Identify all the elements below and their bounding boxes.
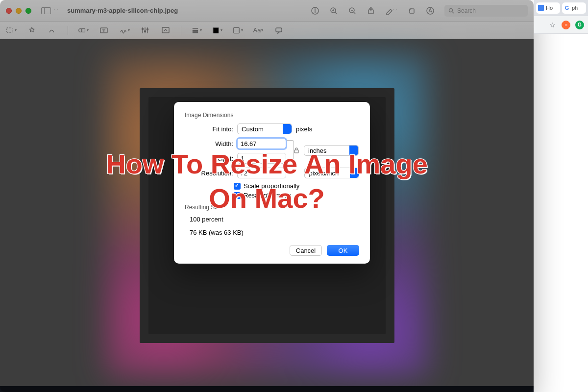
annotate-icon[interactable]	[273, 26, 284, 35]
resolution-unit-value: pixels/inch	[309, 170, 339, 177]
line-style-icon[interactable]: ▾	[191, 26, 202, 35]
dimension-unit-value: inches	[308, 147, 327, 154]
scale-proportionally-label: Scale proportionally	[244, 182, 299, 190]
text-icon[interactable]	[98, 26, 109, 35]
svg-line-5	[335, 12, 337, 14]
border-color-icon[interactable]: ▾	[212, 26, 222, 35]
svg-point-25	[147, 28, 148, 30]
svg-rect-16	[7, 27, 12, 32]
sidebar-toggle-icon[interactable]	[41, 7, 51, 14]
svg-point-24	[145, 30, 146, 32]
sketch-icon[interactable]	[47, 26, 58, 35]
markup-toolbar: ▾ ▾ ▾ ▾ ▾ ▾ Aa▾	[0, 22, 534, 39]
resolution-input[interactable]	[237, 168, 286, 178]
cancel-button[interactable]: Cancel	[290, 245, 322, 256]
chevron-down-icon[interactable]: ﹀	[54, 7, 58, 14]
window-traffic-lights	[6, 8, 31, 14]
svg-line-9	[354, 12, 355, 14]
fit-into-value: Custom	[242, 125, 264, 133]
resolution-unit-select[interactable]: pixels/inch ▴▾	[304, 168, 359, 178]
browser-tab[interactable]: G ph	[562, 2, 586, 14]
google-favicon: G	[564, 5, 570, 11]
fit-unit-label: pixels	[296, 125, 312, 133]
section-heading: Resulting Size	[185, 204, 359, 211]
height-label: Height:	[196, 155, 233, 162]
dimension-unit-select[interactable]: inches ▴▾	[304, 145, 359, 156]
section-heading: Image Dimensions	[185, 112, 359, 119]
browser-tab-strip: Ho G ph	[534, 0, 588, 16]
instant-alpha-icon[interactable]	[26, 26, 37, 35]
width-label: Width:	[196, 140, 233, 147]
text-style-icon[interactable]: Aa▾	[253, 26, 264, 35]
share-icon[interactable]	[367, 6, 375, 15]
extension-icon[interactable]: G	[575, 21, 584, 29]
search-input[interactable]: Search	[444, 5, 528, 17]
bookmark-star-icon[interactable]: ☆	[548, 21, 557, 29]
zoom-in-icon[interactable]	[329, 6, 338, 15]
info-icon[interactable]	[311, 6, 319, 15]
height-input[interactable]	[237, 153, 286, 164]
resample-image-checkbox[interactable]	[234, 192, 241, 199]
tab-label: Ho	[546, 5, 553, 11]
page-bottom-bar	[0, 386, 534, 392]
select-arrows-icon: ▴▾	[351, 169, 357, 177]
svg-rect-32	[276, 28, 282, 32]
svg-rect-0	[538, 5, 544, 11]
select-arrows-icon: ▴▾	[351, 146, 357, 155]
scale-proportionally-checkbox[interactable]	[234, 183, 241, 190]
fullscreen-window-button[interactable]	[25, 8, 31, 14]
svg-point-3	[315, 8, 315, 9]
zoom-out-icon[interactable]	[348, 6, 357, 15]
toolbar-separator	[181, 26, 181, 35]
window-title: summary-m3-apple-silicon-chip.jpeg	[67, 7, 178, 14]
tab-label: ph	[572, 5, 578, 11]
resulting-percent: 100 percent	[190, 216, 359, 223]
selection-tool-icon[interactable]: ▾	[6, 26, 17, 35]
search-placeholder: Search	[457, 7, 476, 14]
chevron-down-icon[interactable]: ﹀	[393, 7, 397, 14]
preview-app-window: ﹀ summary-m3-apple-silicon-chip.jpeg ﹀	[0, 0, 534, 392]
svg-rect-31	[234, 27, 239, 33]
sign-icon[interactable]: ▾	[119, 26, 130, 35]
select-arrows-icon: ▴▾	[284, 124, 290, 133]
fit-into-select[interactable]: Custom ▴▾	[237, 123, 292, 134]
resample-image-label: Resample image	[244, 192, 292, 199]
shapes-icon[interactable]: ▾	[78, 26, 89, 35]
adjust-size-icon[interactable]	[160, 26, 171, 35]
resolution-label: Resolution:	[196, 170, 233, 177]
adjust-color-icon[interactable]	[140, 26, 150, 35]
rotate-icon[interactable]	[407, 6, 416, 15]
svg-line-15	[452, 12, 454, 13]
tab-favicon	[538, 5, 544, 11]
toolbar-separator	[68, 26, 68, 35]
window-titlebar: ﹀ summary-m3-apple-silicon-chip.jpeg ﹀	[0, 0, 534, 22]
svg-rect-30	[213, 27, 219, 33]
resulting-filesize: 76 KB (was 63 KB)	[190, 229, 359, 236]
minimize-window-button[interactable]	[16, 8, 22, 14]
adjust-size-dialog: Image Dimensions Fit into: Custom ▴▾ pix…	[174, 102, 370, 264]
fill-color-icon[interactable]: ▾	[232, 26, 243, 35]
markup-icon[interactable]	[426, 6, 435, 15]
width-input[interactable]	[237, 138, 286, 149]
svg-rect-33	[294, 150, 298, 153]
lock-icon[interactable]	[293, 147, 300, 154]
fit-into-label: Fit into:	[196, 125, 233, 133]
svg-point-14	[449, 8, 453, 12]
browser-tab[interactable]: Ho	[536, 2, 560, 14]
close-window-button[interactable]	[6, 8, 12, 14]
browser-toolbar: ☆ ○ G	[534, 16, 588, 34]
svg-rect-26	[162, 27, 169, 33]
ok-button[interactable]: OK	[327, 245, 359, 256]
svg-point-23	[142, 28, 144, 29]
extension-icon[interactable]: ○	[562, 21, 570, 29]
